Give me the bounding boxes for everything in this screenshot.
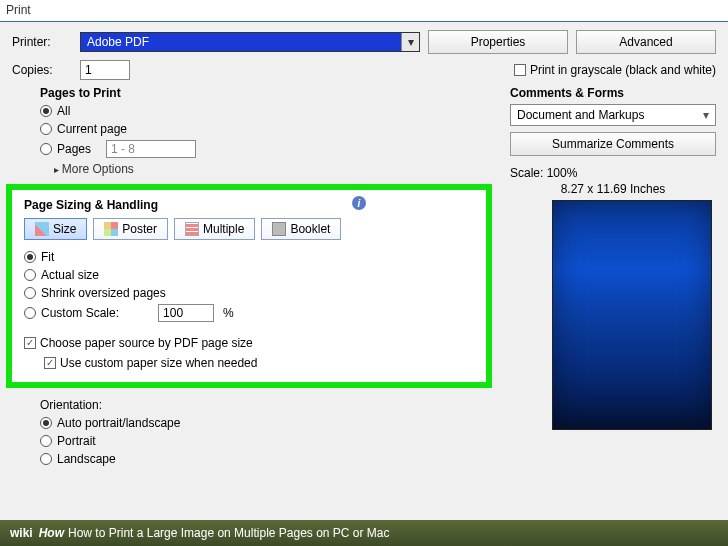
seg-size[interactable]: Size — [24, 218, 87, 240]
grayscale-label: Print in grayscale (black and white) — [530, 63, 716, 77]
orientation-title: Orientation: — [40, 398, 492, 412]
radio-icon — [40, 123, 52, 135]
preview-dimensions: 8.27 x 11.69 Inches — [510, 182, 716, 196]
window-title: Print — [6, 3, 31, 17]
page-sizing-group: Page Sizing & Handling i Size Poster Mul… — [6, 184, 492, 388]
radio-icon — [24, 287, 36, 299]
radio-all[interactable]: All — [40, 104, 492, 118]
pages-range-input[interactable] — [106, 140, 196, 158]
booklet-icon — [272, 222, 286, 236]
properties-button[interactable]: Properties — [428, 30, 568, 54]
comments-select[interactable]: Document and Markups — [510, 104, 716, 126]
comments-title: Comments & Forms — [510, 86, 716, 100]
printer-row: Printer: Adobe PDF ▾ Properties Advanced — [12, 30, 716, 54]
multiple-icon — [185, 222, 199, 236]
radio-shrink[interactable]: Shrink oversized pages — [24, 286, 474, 300]
radio-icon — [24, 251, 36, 263]
radio-icon — [40, 143, 52, 155]
radio-auto-orientation[interactable]: Auto portrait/landscape — [40, 416, 492, 430]
use-custom-paper-checkbox[interactable]: Use custom paper size when needed — [44, 356, 257, 370]
dialog-content: Printer: Adobe PDF ▾ Properties Advanced… — [0, 22, 728, 478]
printer-value: Adobe PDF — [87, 35, 149, 49]
caption-text: How to Print a Large Image on Multiple P… — [68, 526, 390, 540]
printer-select[interactable]: Adobe PDF ▾ — [80, 32, 420, 52]
summarize-comments-button[interactable]: Summarize Comments — [510, 132, 716, 156]
chevron-down-icon: ▾ — [401, 33, 419, 51]
radio-icon — [40, 417, 52, 429]
radio-icon — [40, 453, 52, 465]
copies-row: Copies: Print in grayscale (black and wh… — [12, 60, 716, 80]
seg-multiple[interactable]: Multiple — [174, 218, 255, 240]
radio-icon — [24, 269, 36, 281]
radio-fit[interactable]: Fit — [24, 250, 474, 264]
copies-input[interactable] — [80, 60, 130, 80]
info-icon[interactable]: i — [352, 196, 366, 210]
radio-pages[interactable]: Pages — [40, 140, 492, 158]
checkbox-icon — [514, 64, 526, 76]
checkbox-icon — [44, 357, 56, 369]
choose-paper-checkbox[interactable]: Choose paper source by PDF page size — [24, 336, 253, 350]
radio-custom-scale[interactable]: Custom Scale: % — [24, 304, 474, 322]
advanced-button[interactable]: Advanced — [576, 30, 716, 54]
radio-current-page[interactable]: Current page — [40, 122, 492, 136]
sizing-segmented: Size Poster Multiple Booklet — [24, 218, 474, 240]
print-preview — [552, 200, 712, 430]
radio-portrait[interactable]: Portrait — [40, 434, 492, 448]
window-titlebar: Print — [0, 0, 728, 22]
printer-label: Printer: — [12, 35, 72, 49]
radio-icon — [40, 105, 52, 117]
grayscale-checkbox[interactable]: Print in grayscale (black and white) — [514, 63, 716, 77]
seg-poster[interactable]: Poster — [93, 218, 168, 240]
seg-booklet[interactable]: Booklet — [261, 218, 341, 240]
radio-landscape[interactable]: Landscape — [40, 452, 492, 466]
radio-actual-size[interactable]: Actual size — [24, 268, 474, 282]
wiki-logo-text: wiki — [10, 526, 33, 540]
checkbox-icon — [24, 337, 36, 349]
sizing-title: Page Sizing & Handling — [24, 198, 474, 212]
preview-scale: Scale: 100% — [510, 166, 716, 180]
radio-icon — [40, 435, 52, 447]
radio-icon — [24, 307, 36, 319]
size-icon — [35, 222, 49, 236]
more-options-toggle[interactable]: More Options — [54, 162, 492, 176]
how-logo-text: How — [39, 526, 64, 540]
poster-icon — [104, 222, 118, 236]
pages-to-print-title: Pages to Print — [40, 86, 492, 100]
wikihow-caption: wiki How How to Print a Large Image on M… — [0, 520, 728, 546]
copies-label: Copies: — [12, 63, 72, 77]
custom-scale-input[interactable] — [158, 304, 214, 322]
